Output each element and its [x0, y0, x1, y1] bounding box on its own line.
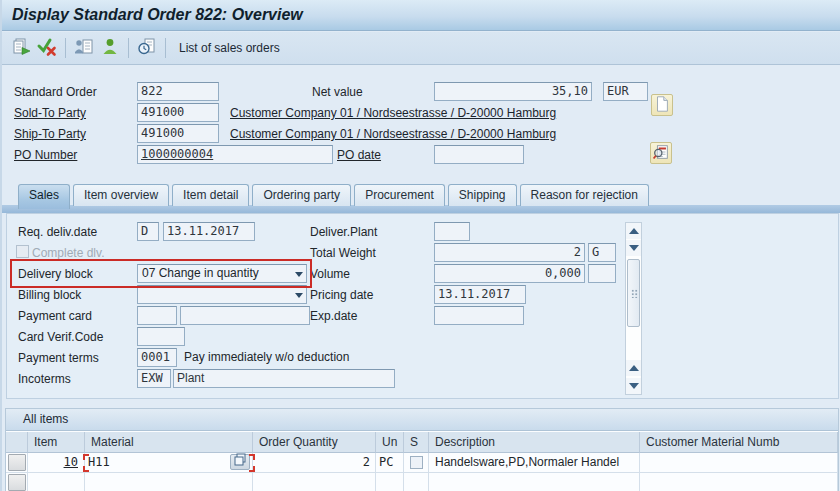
billing-block-dropdown[interactable] — [137, 285, 307, 304]
total-weight-field: 2 — [434, 243, 585, 262]
column-header-un[interactable]: Un — [376, 432, 404, 453]
description-cell[interactable]: Handelsware,PD,Normaler Handel — [429, 453, 640, 473]
header-details-button[interactable] — [650, 142, 672, 164]
po-date-field[interactable] — [434, 145, 524, 164]
list-of-sales-orders-button[interactable]: List of sales orders — [171, 37, 288, 59]
selection-corner — [83, 454, 89, 460]
delivery-block-dropdown[interactable]: 07 Change in quantity — [137, 264, 307, 283]
scroll-down-button[interactable] — [626, 378, 641, 394]
payment-card-type-field[interactable] — [137, 306, 177, 325]
tab-shipping[interactable]: Shipping — [448, 184, 517, 206]
selection-corner — [249, 454, 255, 460]
scroll-down-button[interactable] — [626, 240, 641, 256]
pricing-date-field[interactable]: 13.11.2017 — [434, 285, 526, 304]
check-cross-icon — [36, 36, 58, 61]
chevron-down-icon — [295, 293, 303, 298]
row-select-button[interactable] — [8, 474, 26, 491]
other-sales-document-button[interactable] — [8, 35, 34, 61]
delivery-block-label: Delivery block — [18, 266, 93, 283]
column-header-selector[interactable] — [6, 432, 28, 453]
s-cell — [404, 473, 429, 491]
application-toolbar: List of sales orders — [2, 32, 840, 65]
tab-ordering-party[interactable]: Ordering party — [252, 184, 351, 206]
ship-to-party-field[interactable]: 491000 — [137, 124, 219, 143]
column-header-order-quantity[interactable]: Order Quantity — [253, 432, 376, 453]
order-quantity-cell[interactable] — [253, 473, 376, 491]
material-cell[interactable] — [85, 473, 253, 491]
sold-to-party-label[interactable]: Sold-To Party — [14, 105, 86, 122]
po-number-field[interactable]: 1000000004 — [137, 145, 333, 164]
column-header-item[interactable]: Item — [28, 432, 85, 453]
tab-item-detail[interactable]: Item detail — [172, 184, 249, 206]
scroll-up-button[interactable] — [626, 223, 641, 239]
sold-to-party-link[interactable]: Customer Company 01 / Nordseestrasse / D… — [230, 105, 556, 122]
column-header-material[interactable]: Material — [85, 432, 253, 453]
create-text-button[interactable] — [651, 94, 673, 116]
ship-to-party-label[interactable]: Ship-To Party — [14, 126, 86, 143]
scroll-up-button[interactable] — [626, 360, 641, 376]
payment-terms-field[interactable]: 0001 — [137, 348, 177, 367]
row-selector-cell — [6, 453, 28, 473]
unit-cell[interactable]: PC — [376, 453, 404, 473]
selection-corner — [83, 466, 89, 472]
arrow-down-icon — [629, 383, 639, 389]
pricing-date-label: Pricing date — [310, 287, 373, 304]
incompletion-log-button[interactable] — [34, 35, 60, 61]
ship-to-party-link[interactable]: Customer Company 01 / Nordseestrasse / D… — [230, 126, 556, 143]
tab-sales[interactable]: Sales — [18, 184, 70, 209]
column-header-description[interactable]: Description — [429, 432, 640, 453]
billing-block-label: Billing block — [18, 287, 81, 304]
net-value-label: Net value — [312, 84, 363, 101]
incoterms-label: Incoterms — [18, 371, 71, 388]
column-header-s[interactable]: S — [404, 432, 429, 453]
card-verif-code-field[interactable] — [137, 327, 185, 346]
standard-order-label: Standard Order — [14, 84, 97, 101]
date-type-field[interactable]: D — [137, 222, 159, 241]
customer-material-cell[interactable] — [640, 473, 838, 491]
chevron-down-icon — [295, 272, 303, 277]
document-flow-icon — [136, 36, 158, 61]
display-customer-button[interactable] — [97, 35, 123, 61]
thumb-grip — [631, 289, 638, 298]
page-title: Display Standard Order 822: Overview — [12, 6, 303, 24]
arrow-up-icon — [629, 365, 639, 371]
description-cell[interactable] — [429, 473, 640, 491]
card-verif-code-label: Card Verif.Code — [18, 329, 103, 346]
po-number-label[interactable]: PO Number — [14, 147, 77, 164]
incoterms-text-field[interactable]: Plant — [173, 369, 395, 388]
volume-unit-field — [588, 264, 616, 283]
po-date-label[interactable]: PO date — [337, 147, 381, 164]
title-bar: Display Standard Order 822: Overview — [2, 0, 840, 31]
display-partners-button[interactable] — [71, 35, 97, 61]
payment-card-number-field[interactable] — [180, 306, 310, 325]
exp-date-field[interactable] — [434, 306, 524, 325]
customer-material-cell[interactable] — [640, 453, 838, 473]
display-header-details-icon — [652, 143, 670, 164]
deliver-plant-field[interactable] — [434, 222, 470, 241]
sold-to-party-field[interactable]: 491000 — [137, 103, 219, 122]
document-flow-button[interactable] — [134, 35, 160, 61]
complete-dlv-checkbox — [16, 245, 29, 258]
standard-order-field[interactable]: 822 — [137, 82, 219, 101]
incoterms-field[interactable]: EXW — [137, 369, 171, 388]
item-checkbox[interactable] — [410, 456, 423, 469]
item-cell[interactable] — [28, 473, 85, 491]
tab-procurement[interactable]: Procurement — [354, 184, 445, 206]
material-cell[interactable]: H11 — [85, 453, 253, 473]
column-header-customer-material[interactable]: Customer Material Numb — [640, 432, 838, 453]
unit-cell[interactable] — [376, 473, 404, 491]
payment-card-label: Payment card — [18, 308, 92, 325]
row-select-button[interactable] — [8, 454, 26, 471]
tab-item-overview[interactable]: Item overview — [73, 184, 169, 206]
scrollbar-thumb[interactable] — [627, 259, 640, 327]
sales-panel-scrollbar[interactable] — [625, 222, 642, 395]
req-deliv-date-field[interactable]: 13.11.2017 — [163, 222, 255, 241]
order-quantity-cell[interactable]: 2 — [253, 453, 376, 473]
volume-field: 0,000 — [434, 264, 585, 283]
multiple-selection-button[interactable] — [230, 454, 250, 470]
total-weight-label: Total Weight — [310, 245, 376, 262]
tab-reason-for-rejection[interactable]: Reason for rejection — [520, 184, 649, 206]
toolbar-separator — [128, 38, 129, 58]
sales-tab-panel — [6, 213, 839, 399]
item-cell[interactable]: 10 — [28, 453, 85, 473]
